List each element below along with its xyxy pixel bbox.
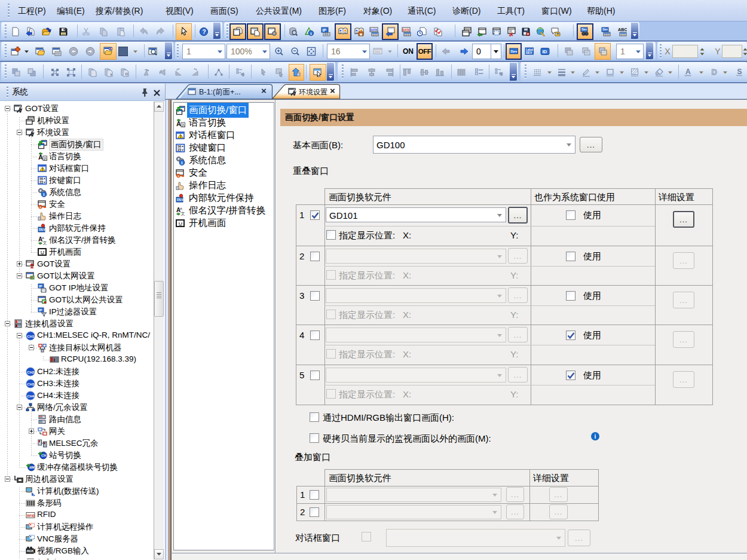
close-screen-button[interactable] — [50, 44, 65, 59]
x-coord-spinner[interactable] — [698, 45, 706, 58]
superimpose-row2-enable-checkbox[interactable] — [310, 507, 319, 517]
tree-item[interactable]: 站号切换 — [49, 450, 81, 461]
superimpose-row1-detail-button[interactable]: ... — [549, 487, 568, 502]
copy-objects-button[interactable] — [85, 65, 100, 80]
copy-button[interactable] — [96, 24, 111, 39]
toolbar-overflow-button[interactable] — [646, 42, 653, 59]
overlap-row5-detail-button[interactable]: ... — [673, 371, 694, 388]
tab2-close-icon[interactable]: × — [330, 85, 335, 96]
system-env-button[interactable] — [229, 23, 246, 40]
combo-arrow-icon[interactable] — [497, 255, 502, 258]
overlap-row2-device-browse-button[interactable]: ... — [508, 248, 528, 264]
rotate-right-button[interactable] — [188, 65, 203, 80]
overlap-row2-use-checkbox[interactable] — [566, 252, 575, 261]
overlap-row2-enable-checkbox[interactable] — [310, 252, 320, 261]
menu-9[interactable]: 通讯(C) — [406, 4, 437, 17]
overlap-row1-enable-checkbox[interactable] — [310, 210, 320, 220]
overlap-row1-use-checkbox[interactable] — [566, 210, 575, 220]
tree-item[interactable]: 操作日志 — [49, 211, 81, 222]
nav-item[interactable]: 操作日志 — [176, 179, 228, 192]
tree-item[interactable]: GOT以太网公共设置 — [49, 295, 123, 305]
watch-value-combo[interactable]: 0 — [472, 44, 491, 59]
ip-address-list-button[interactable]: IP — [319, 24, 333, 39]
device-display-button[interactable]: Dev — [506, 43, 522, 60]
superimpose-row1-enable-checkbox[interactable] — [310, 490, 319, 500]
overlap-row1-position-checkbox[interactable] — [326, 230, 336, 240]
combo-arrow-icon[interactable] — [497, 374, 502, 377]
screen-image-button[interactable] — [100, 43, 117, 60]
superimpose-row2-detail-button[interactable]: ... — [549, 504, 568, 519]
dropdown-arrow[interactable] — [644, 65, 650, 80]
toolbar-overflow-button[interactable] — [213, 23, 221, 39]
dropdown-arrow[interactable] — [387, 44, 393, 59]
device-list-button[interactable]: Dev — [599, 24, 614, 39]
tab-b1[interactable]: B-1:(前面+... — [199, 87, 241, 97]
grid-combo-dropdown[interactable] — [362, 44, 368, 59]
redo-button[interactable] — [154, 24, 169, 39]
dropdown-arrow[interactable] — [570, 65, 576, 80]
zoom-combo-dropdown[interactable] — [262, 44, 268, 59]
superimpose-row1-device-browse-button[interactable]: ... — [506, 487, 524, 502]
scroll-up-button[interactable] — [154, 102, 164, 112]
tree-expand-minus[interactable] — [5, 106, 10, 111]
combo-arrow-icon[interactable] — [497, 295, 502, 298]
screen-number-combo[interactable]: 1 — [182, 44, 225, 59]
cut-button[interactable] — [79, 24, 94, 39]
combo-arrow-icon[interactable] — [497, 214, 502, 217]
tree-item[interactable]: 安全 — [49, 199, 65, 210]
overlap-row3-device-combo[interactable] — [326, 288, 506, 303]
data-check-button[interactable]: i — [302, 24, 317, 39]
tree-item[interactable]: GOT设置 — [25, 103, 59, 114]
data-view-button[interactable] — [286, 24, 301, 39]
combo-arrow-icon[interactable] — [567, 143, 571, 146]
toolbar-overflow-button[interactable] — [510, 63, 517, 81]
window-return-button[interactable] — [474, 24, 489, 39]
nav-item[interactable]: !对话框窗口 — [176, 129, 237, 142]
menu-10[interactable]: 诊断(D) — [451, 4, 482, 17]
new-project-button[interactable] — [8, 24, 23, 39]
watch-next-button[interactable] — [457, 44, 472, 59]
toolbar-overflow-button[interactable] — [327, 63, 334, 81]
tree-item[interactable]: MELSEC冗余 — [49, 438, 99, 449]
tree-expand-minus[interactable] — [17, 333, 22, 338]
tree-item[interactable]: 网关 — [49, 426, 65, 437]
overlap-row4-detail-button[interactable]: ... — [673, 331, 694, 348]
dropdown-arrow[interactable] — [699, 65, 705, 80]
watch-dropdown-button[interactable] — [491, 44, 501, 59]
tree-item[interactable]: 缓冲存储器模块号切换 — [37, 462, 118, 473]
zoom-fit-button[interactable] — [304, 44, 319, 59]
overlap-row5-use-checkbox[interactable] — [566, 371, 575, 380]
base-screen-browse-button[interactable]: ... — [580, 137, 602, 152]
overlap-row3-device-browse-button[interactable]: ... — [508, 287, 528, 303]
rotate-button[interactable] — [139, 65, 154, 80]
select-mode-button[interactable] — [176, 23, 192, 40]
object-overlap3-button[interactable] — [595, 43, 611, 60]
nav-item[interactable]: i系统信息 — [176, 154, 228, 167]
menu-11[interactable]: 工具(T) — [496, 4, 526, 17]
comment-save-button[interactable] — [352, 24, 367, 39]
tree-item[interactable]: 语言切换 — [49, 151, 81, 162]
order-front-button[interactable] — [9, 65, 24, 80]
device-off-button[interactable]: OFF — [417, 43, 433, 60]
style-d-button[interactable]: D — [707, 65, 722, 80]
tree-item[interactable]: 假名汉字/拼音转换 — [49, 235, 116, 246]
dialog-window-combo[interactable] — [386, 529, 565, 547]
group-button[interactable] — [48, 65, 63, 80]
tree-item[interactable]: 计算机(数据传送) — [37, 486, 99, 497]
tree-item[interactable]: GOT设置 — [37, 259, 71, 270]
line-color-button[interactable] — [579, 65, 594, 80]
dropdown-arrow[interactable] — [668, 65, 673, 80]
overlap-row4-use-checkbox[interactable] — [566, 331, 575, 340]
overlap-row5-device-browse-button[interactable]: ... — [508, 367, 528, 382]
ungroup-button[interactable] — [64, 65, 79, 80]
menu-13[interactable]: 帮助(H) — [586, 4, 616, 17]
tree-item[interactable]: 对话框窗口 — [49, 163, 90, 174]
tree-item[interactable]: 连接机器设置 — [25, 319, 74, 329]
overlap-level-combo[interactable]: 1 — [616, 44, 644, 59]
order-back-button[interactable] — [25, 65, 39, 80]
menu-1[interactable]: 工程(P) — [17, 4, 47, 17]
screen-image-list-button[interactable] — [264, 23, 281, 40]
window-select-button[interactable] — [489, 24, 504, 39]
style-s-button[interactable]: S — [732, 65, 747, 80]
dialog-window-browse-button[interactable]: ... — [568, 530, 590, 546]
